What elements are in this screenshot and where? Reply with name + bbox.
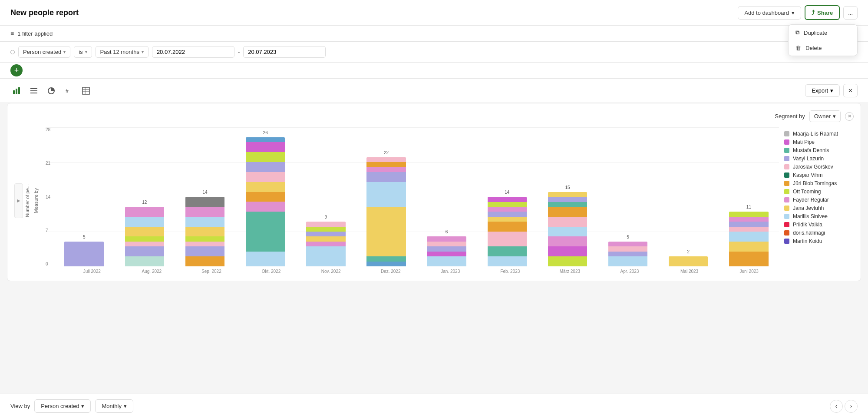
bar-segment — [125, 256, 164, 266]
export-button[interactable]: Export ▾ — [805, 84, 840, 97]
bar-segment — [185, 236, 224, 241]
x-label: Sep. 2022 — [182, 269, 241, 274]
bar-segment — [366, 172, 406, 182]
legend-item: Vasyl Lazurin — [784, 156, 854, 162]
bar-segment — [185, 242, 224, 246]
legend-label: Priidik Vaikla — [793, 222, 822, 228]
date-from-input[interactable] — [152, 46, 234, 58]
monthly-select[interactable]: Monthly ▾ — [95, 399, 133, 413]
bar-segment — [729, 232, 768, 242]
legend-color — [784, 173, 789, 178]
bar-segment — [306, 246, 345, 266]
bar-segment — [246, 212, 285, 251]
legend-item: Fayder Regular — [784, 197, 854, 203]
add-to-dashboard-button[interactable]: Add to dashboard ▾ — [738, 6, 801, 20]
chart-with-legend: ▶ Number of pe... Measure by — [14, 127, 854, 274]
bar-group: 5 — [54, 242, 114, 266]
legend-label: Fayder Regular — [793, 197, 829, 203]
bar[interactable] — [125, 207, 164, 266]
legend-label: doris.hallmagi — [793, 230, 825, 236]
bar-segment — [427, 252, 466, 256]
duplicate-label: Duplicate — [804, 30, 827, 36]
bar-group: 14 — [477, 197, 537, 266]
is-operator-select[interactable]: is ▾ — [74, 46, 92, 58]
bar[interactable] — [366, 157, 406, 266]
bar[interactable] — [548, 192, 587, 266]
owner-segment-select[interactable]: Owner ▾ — [809, 110, 841, 122]
chart-type-icons: # — [10, 85, 92, 97]
legend-item: Maarja-Liis Raamat — [784, 131, 854, 137]
bar-segment — [246, 252, 285, 266]
legend-label: Maarja-Liis Raamat — [793, 131, 838, 137]
table-icon[interactable] — [80, 85, 92, 97]
bar[interactable] — [669, 256, 708, 266]
person-created-view-select[interactable]: Person created ▾ — [34, 399, 91, 413]
bar-group: 26 — [235, 137, 296, 266]
legend-color — [784, 206, 789, 211]
share-icon: ⤴ — [812, 9, 815, 16]
bar[interactable] — [488, 197, 527, 266]
more-button[interactable]: ... — [843, 6, 858, 20]
legend-label: Marillis Sinivee — [793, 213, 828, 219]
legend-item: Jaroslav Gorškov — [784, 164, 854, 170]
legend-color — [784, 164, 789, 169]
bar-group: 11 — [719, 212, 779, 266]
expand-handle[interactable]: ▶ — [14, 183, 23, 218]
bar-chart-icon[interactable] — [10, 85, 23, 97]
bar-total-label: 9 — [296, 215, 356, 219]
bar-segment — [427, 242, 466, 246]
bar-group: 12 — [114, 207, 175, 266]
chart-toolbar: # Export ▾ ✕ — [0, 79, 868, 103]
bar-segment — [306, 222, 345, 226]
delete-menu-item[interactable]: 🗑 Delete — [789, 40, 857, 56]
bar-segment — [246, 192, 285, 202]
list-icon[interactable] — [28, 85, 40, 97]
date-to-input[interactable] — [243, 46, 326, 58]
bar-segment — [125, 217, 164, 227]
chevron-down-icon: ▾ — [63, 50, 66, 54]
bar-segment — [488, 197, 527, 202]
view-by-section: View by Person created ▾ Monthly ▾ — [10, 399, 133, 413]
svg-rect-4 — [30, 90, 37, 91]
svg-rect-1 — [16, 89, 17, 94]
x-label: Apr. 2023 — [600, 269, 660, 274]
share-button[interactable]: ⤴ Share — [805, 5, 840, 20]
next-page-button[interactable]: › — [845, 400, 858, 413]
close-segment-button[interactable]: ✕ — [845, 112, 854, 121]
bar[interactable] — [246, 137, 285, 266]
pie-chart-icon[interactable] — [45, 85, 57, 97]
duplicate-menu-item[interactable]: ⧉ Duplicate — [789, 25, 857, 40]
bar-segment — [729, 222, 768, 226]
person-created-label: Person created — [23, 49, 61, 55]
person-created-select[interactable]: Person created ▾ — [18, 46, 70, 58]
prev-page-button[interactable]: ‹ — [830, 400, 843, 413]
filter-dot — [10, 50, 15, 54]
bar[interactable] — [306, 222, 345, 266]
x-label: Nov. 2022 — [301, 269, 361, 274]
past-12-months-select[interactable]: Past 12 months ▾ — [96, 46, 149, 58]
bar-total-label: 14 — [175, 190, 235, 195]
export-label: Export — [812, 87, 828, 94]
bar[interactable] — [64, 242, 103, 266]
legend-label: Mustafa Dennis — [793, 147, 829, 153]
x-labels-row: Juli 2022Aug. 2022Sep. 2022Okt. 2022Nov.… — [46, 266, 779, 274]
x-label: Juni 2023 — [719, 269, 779, 274]
bar-segment — [306, 236, 345, 241]
add-filter-button[interactable]: + — [10, 64, 23, 76]
bar-groups-row: 5121426922614155211 — [54, 127, 779, 266]
legend-label: Vasyl Lazurin — [793, 156, 824, 162]
bar-group: 9 — [296, 222, 356, 266]
bar-segment — [185, 217, 224, 227]
bar[interactable] — [427, 236, 466, 266]
bar[interactable] — [608, 242, 647, 266]
legend-color — [784, 214, 789, 219]
bar-segment — [246, 162, 285, 172]
bar-segment — [125, 242, 164, 246]
y-tick-28: 28 — [46, 127, 50, 132]
number-icon[interactable]: # — [63, 85, 75, 97]
close-chart-button[interactable]: ✕ — [843, 84, 858, 97]
bar[interactable] — [729, 212, 768, 266]
y-tick-21: 21 — [46, 161, 50, 166]
bar[interactable] — [185, 197, 224, 266]
svg-rect-8 — [83, 87, 89, 94]
